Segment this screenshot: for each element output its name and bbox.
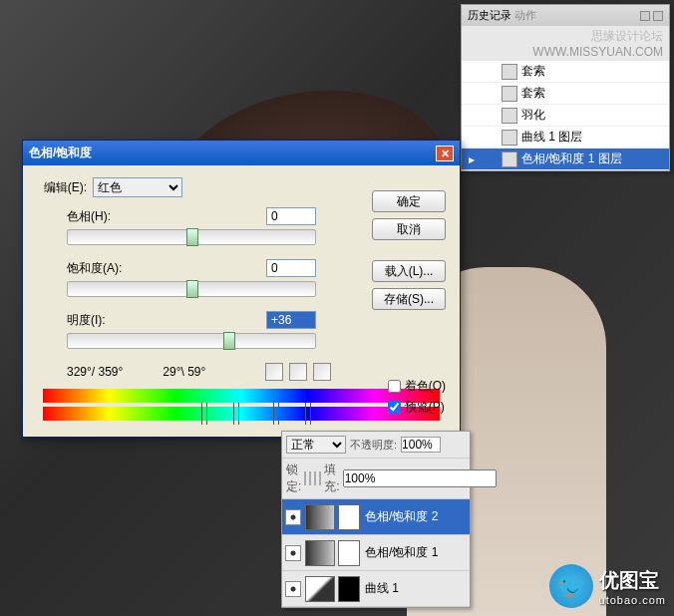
- saturation-label: 饱和度(A):: [67, 260, 147, 277]
- watermark: 🐦 优图宝 utobao.com: [549, 564, 666, 608]
- lasso-icon: [502, 64, 517, 80]
- eyedropper-minus-icon[interactable]: [313, 363, 331, 381]
- history-item[interactable]: 套索: [462, 83, 669, 105]
- layer-icon: [502, 130, 517, 146]
- spectrum-bar: [43, 389, 440, 403]
- lightness-slider[interactable]: [67, 333, 316, 349]
- history-label: 套索: [521, 85, 545, 102]
- lock-all-icon[interactable]: [319, 471, 321, 485]
- visibility-icon[interactable]: [285, 581, 301, 597]
- lock-transparency-icon[interactable]: [304, 471, 306, 485]
- slider-thumb[interactable]: [223, 332, 235, 350]
- fill-input[interactable]: [343, 469, 497, 487]
- history-panel: 历史记录 动作 思缘设计论坛 WWW.MISSYUAN.COM 套索 套索 羽化…: [461, 4, 670, 171]
- bird-icon: 🐦: [549, 564, 593, 608]
- lightness-input[interactable]: [266, 311, 316, 329]
- dialog-title: 色相/饱和度: [29, 145, 92, 161]
- range-marker[interactable]: [201, 403, 207, 425]
- history-item[interactable]: ▸色相/饱和度 1 图层: [462, 149, 669, 170]
- layer-name: 曲线 1: [365, 580, 399, 597]
- saturation-slider[interactable]: [67, 281, 316, 297]
- range-marker[interactable]: [305, 403, 311, 425]
- url-text: WWW.MISSYUAN.COM: [532, 45, 663, 59]
- dialog-titlebar[interactable]: 色相/饱和度 ✕: [23, 141, 460, 165]
- layers-panel: 正常 不透明度: 锁定: 填充: 色相/饱和度 2 色相/饱和度 1 曲线 1: [281, 431, 471, 608]
- history-header[interactable]: 历史记录 动作: [462, 5, 669, 26]
- hue-input[interactable]: [266, 207, 316, 225]
- layer-thumb: [305, 504, 335, 530]
- history-tab[interactable]: 历史记录: [468, 9, 511, 21]
- actions-tab[interactable]: 动作: [514, 9, 536, 21]
- visibility-icon[interactable]: [285, 545, 301, 561]
- opacity-input[interactable]: [401, 437, 441, 453]
- lightness-label: 明度(I):: [67, 312, 147, 329]
- layer-thumb: [305, 540, 335, 566]
- hue-saturation-dialog: 色相/饱和度 ✕ 编辑(E): 红色 色相(H): 饱和度(A): 明度(I):…: [22, 140, 461, 438]
- slider-thumb[interactable]: [186, 280, 198, 298]
- layer-name: 色相/饱和度 1: [365, 544, 438, 561]
- eyedropper-plus-icon[interactable]: [289, 363, 307, 381]
- history-item[interactable]: 曲线 1 图层: [462, 127, 669, 149]
- range-marker[interactable]: [233, 403, 239, 425]
- mask-thumb: [338, 540, 360, 566]
- mask-thumb: [338, 576, 360, 602]
- angle-range-1: 329°/ 359°: [67, 365, 123, 379]
- fill-label: 填充:: [324, 462, 339, 495]
- hue-label: 色相(H):: [67, 208, 147, 225]
- layer-name: 色相/饱和度 2: [365, 508, 438, 525]
- lasso-icon: [502, 86, 517, 102]
- layer-row[interactable]: 色相/饱和度 2: [282, 499, 470, 535]
- lock-move-icon[interactable]: [314, 471, 316, 485]
- history-item[interactable]: 套索: [462, 61, 669, 83]
- close-icon[interactable]: [653, 11, 663, 21]
- mask-thumb: [338, 504, 360, 530]
- history-label: 色相/饱和度 1 图层: [521, 151, 622, 167]
- close-icon[interactable]: ✕: [436, 146, 454, 161]
- minimize-icon[interactable]: [640, 11, 650, 21]
- layer-row[interactable]: 曲线 1: [282, 571, 470, 607]
- history-item[interactable]: 羽化: [462, 105, 669, 127]
- cancel-button[interactable]: 取消: [372, 218, 446, 240]
- range-marker[interactable]: [273, 403, 279, 425]
- watermark-title: 优图宝: [599, 567, 666, 594]
- load-button[interactable]: 载入(L)...: [372, 260, 446, 282]
- history-label: 套索: [521, 63, 545, 80]
- watermark-text: 思缘设计论坛: [591, 29, 663, 43]
- eyedropper-icon[interactable]: [265, 363, 283, 381]
- opacity-label: 不透明度:: [350, 438, 397, 453]
- layer-thumb: [305, 576, 335, 602]
- spectrum-range-bar[interactable]: [43, 407, 440, 421]
- angle-range-2: 29°\ 59°: [163, 365, 205, 379]
- history-list: 套索 套索 羽化 曲线 1 图层 ▸色相/饱和度 1 图层: [462, 61, 669, 170]
- preview-checkbox[interactable]: 预览(P): [388, 399, 446, 416]
- feather-icon: [502, 108, 517, 124]
- blend-mode-select[interactable]: 正常: [286, 436, 346, 454]
- watermark-url: utobao.com: [599, 594, 666, 606]
- visibility-icon[interactable]: [285, 509, 301, 525]
- ok-button[interactable]: 确定: [372, 190, 446, 212]
- hue-slider[interactable]: [67, 229, 316, 245]
- saturation-input[interactable]: [266, 259, 316, 277]
- lock-brush-icon[interactable]: [309, 471, 311, 485]
- history-label: 羽化: [521, 107, 545, 124]
- edit-label: 编辑(E):: [37, 179, 87, 196]
- colorize-checkbox[interactable]: 着色(O): [388, 378, 446, 395]
- layer-row[interactable]: 色相/饱和度 1: [282, 535, 470, 571]
- lock-label: 锁定:: [286, 462, 301, 495]
- history-label: 曲线 1 图层: [521, 129, 582, 146]
- save-button[interactable]: 存储(S)...: [372, 288, 446, 310]
- edit-select[interactable]: 红色: [93, 177, 182, 197]
- slider-thumb[interactable]: [186, 228, 198, 246]
- layer-icon: [502, 152, 517, 167]
